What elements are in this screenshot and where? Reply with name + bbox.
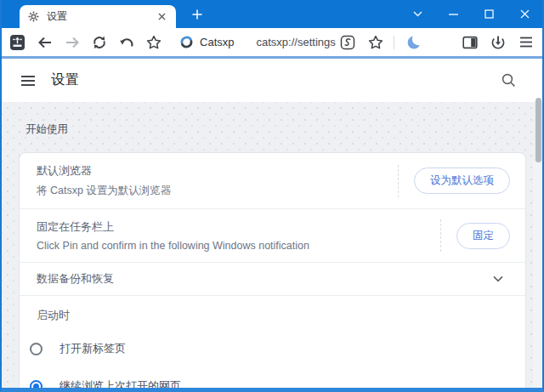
tab-settings[interactable]: 设置: [20, 5, 176, 28]
forward-icon: [64, 34, 80, 50]
radio-label: 继续浏览上次打开的网页: [60, 378, 181, 388]
tab-close-icon[interactable]: [155, 10, 168, 24]
titlebar: 设置: [2, 0, 542, 28]
row-subtitle: 将 Catsxp 设置为默认浏览器: [37, 184, 391, 198]
row-separator: [398, 165, 399, 197]
close-window-button[interactable]: [507, 0, 542, 28]
startup-option-new-tab[interactable]: 打开新标签页: [20, 330, 525, 367]
download-icon[interactable]: [490, 34, 506, 50]
scrollbar-thumb[interactable]: [536, 98, 541, 162]
boss-key-icon[interactable]: [10, 35, 25, 50]
tab-title: 设置: [47, 9, 155, 24]
titlebar-chevron-button[interactable]: [400, 0, 435, 28]
scrollbar-track[interactable]: [533, 162, 542, 388]
radio-label: 打开新标签页: [60, 341, 126, 356]
expand-icon[interactable]: [493, 276, 503, 282]
extension-icon[interactable]: [339, 34, 355, 50]
brand-icon: [179, 35, 194, 49]
menu-icon[interactable]: [518, 34, 534, 50]
url-text[interactable]: catsxp://settings: [257, 36, 336, 48]
settings-card: 默认浏览器 将 Catsxp 设置为默认浏览器 设为默认选项 固定在任务栏上 C…: [19, 152, 526, 388]
maximize-button[interactable]: [471, 0, 507, 28]
undo-icon[interactable]: [118, 34, 134, 50]
page-star-icon[interactable]: [367, 34, 383, 50]
row-title: 数据备份和恢复: [37, 271, 493, 287]
bookmark-star-icon[interactable]: [145, 34, 162, 50]
row-default-browser: 默认浏览器 将 Catsxp 设置为默认浏览器 设为默认选项: [20, 153, 525, 209]
page-title: 设置: [51, 71, 80, 89]
row-subtitle: Click Pin and confirm in the following W…: [37, 240, 434, 252]
settings-menu-icon[interactable]: [20, 75, 36, 87]
radio-icon[interactable]: [30, 343, 42, 355]
startup-label: 启动时: [20, 296, 525, 330]
window-controls: [400, 0, 542, 28]
row-pin-taskbar: 固定在任务栏上 Click Pin and confirm in the fol…: [20, 209, 525, 263]
brand-label: Catsxp: [200, 36, 234, 48]
toolbar-separator: [394, 36, 394, 49]
browser-toolbar: Catsxp catsxp://settings: [2, 28, 542, 56]
back-icon[interactable]: [37, 34, 53, 50]
startup-option-continue[interactable]: 继续浏览上次打开的网页: [20, 367, 525, 388]
row-separator: [440, 219, 441, 252]
row-backup-restore[interactable]: 数据备份和恢复: [20, 263, 525, 296]
pin-button[interactable]: 固定: [456, 223, 510, 249]
gear-icon: [27, 10, 40, 23]
row-title: 固定在任务栏上: [37, 219, 434, 235]
browser-window: 设置: [0, 0, 544, 392]
minimize-button[interactable]: [435, 0, 471, 28]
section-label: 开始使用: [26, 122, 542, 137]
address-bar[interactable]: Catsxp catsxp://settings: [179, 35, 327, 49]
settings-content: 开始使用 默认浏览器 将 Catsxp 设置为默认浏览器 设为默认选项 固定在任…: [2, 102, 542, 388]
row-title: 默认浏览器: [37, 163, 391, 179]
toolbar-right: [327, 34, 534, 50]
set-default-button[interactable]: 设为默认选项: [414, 168, 510, 194]
settings-header: 设置: [2, 59, 542, 102]
dark-mode-icon[interactable]: [406, 34, 422, 50]
refresh-icon[interactable]: [91, 34, 107, 50]
search-icon[interactable]: [500, 72, 517, 89]
radio-icon-selected[interactable]: [30, 380, 42, 389]
new-tab-button[interactable]: [186, 3, 208, 26]
side-panel-icon[interactable]: [462, 34, 478, 50]
